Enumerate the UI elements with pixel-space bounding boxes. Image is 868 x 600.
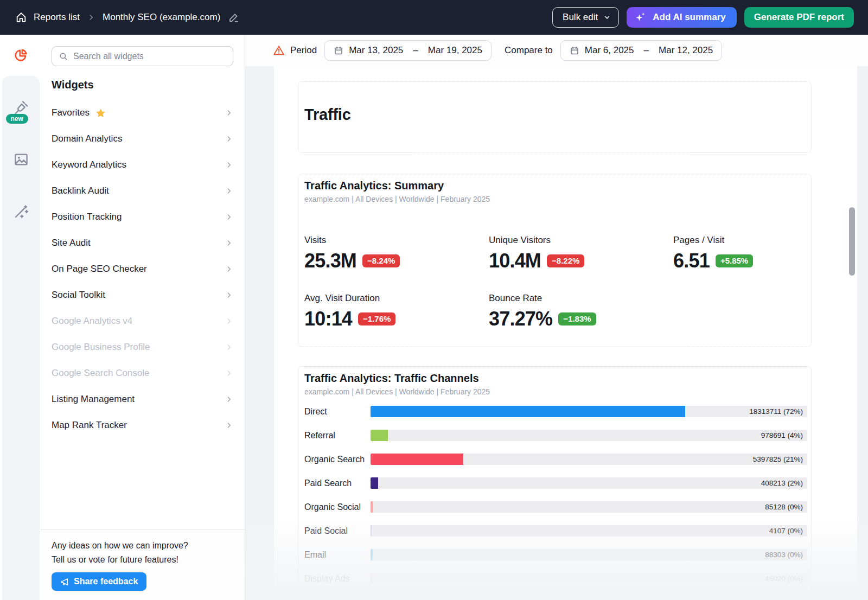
metric-value: 37.27% bbox=[489, 308, 552, 330]
widgets-heading: Widgets bbox=[52, 79, 94, 91]
generate-pdf-label: Generate PDF report bbox=[754, 12, 844, 23]
bulk-edit-button[interactable]: Bulk edit bbox=[552, 7, 619, 28]
topbar-actions: Bulk edit Add AI summary Generate PDF re… bbox=[552, 7, 854, 28]
metric-value: 6.51 bbox=[673, 250, 710, 272]
widget-section-title[interactable]: Traffic bbox=[298, 81, 812, 153]
widget-traffic-channels[interactable]: Traffic Analytics: Traffic Channels exam… bbox=[298, 366, 812, 600]
channel-row-referral: Referral 978691 (4%) bbox=[304, 430, 807, 441]
date-range-dash: – bbox=[413, 45, 418, 56]
bar-track: 46020 (0%) bbox=[371, 573, 807, 584]
report-builder-app: Reports list Monthly SEO (example.com) B… bbox=[0, 0, 868, 600]
chevron-right-icon bbox=[225, 161, 233, 169]
change-badge: −8.22% bbox=[547, 254, 584, 267]
date-range-dash: – bbox=[644, 45, 649, 56]
images-icon[interactable] bbox=[9, 148, 33, 171]
bar-value: 408213 (2%) bbox=[761, 477, 803, 489]
sidebar-item-social-toolkit[interactable]: Social Toolkit bbox=[41, 282, 245, 308]
add-ai-summary-button[interactable]: Add AI summary bbox=[627, 7, 736, 28]
bar-track: 408213 (2%) bbox=[371, 477, 807, 489]
sidebar-item-map-rank-tracker[interactable]: Map Rank Tracker bbox=[41, 412, 245, 438]
sidebar-item-google-business-profile[interactable]: Google Business Profile bbox=[41, 334, 245, 360]
search-icon bbox=[59, 52, 68, 61]
channels-bar-chart: Direct 18313711 (72%) Referral 978691 (4… bbox=[304, 406, 807, 584]
chevron-right-icon bbox=[225, 291, 233, 299]
bar-fill bbox=[371, 573, 372, 584]
sidebar-item-favorites[interactable]: Favorites bbox=[41, 100, 245, 126]
bar-fill bbox=[371, 406, 685, 417]
period-end-date: Mar 19, 2025 bbox=[428, 45, 482, 56]
calendar-icon bbox=[570, 46, 579, 55]
sidebar-item-backlink-audit[interactable]: Backlink Audit bbox=[41, 178, 245, 204]
feedback-line1: Any ideas on how we can improve? bbox=[52, 539, 234, 553]
chevron-right-icon bbox=[225, 343, 233, 351]
widget-title: Traffic Analytics: Summary bbox=[304, 180, 805, 192]
integrations-plug-icon[interactable]: new bbox=[9, 95, 33, 119]
channel-row-email: Email 88303 (0%) bbox=[304, 549, 807, 560]
widgets-sidebar: Widgets Favorites Domain Analytics Keywo… bbox=[41, 35, 245, 600]
channel-row-direct: Direct 18313711 (72%) bbox=[304, 406, 807, 417]
sidebar-item-google-analytics-v4[interactable]: Google Analytics v4 bbox=[41, 308, 245, 334]
chevron-right-icon bbox=[225, 395, 233, 403]
bar-value: 5397825 (21%) bbox=[753, 454, 803, 465]
period-start-date: Mar 13, 2025 bbox=[349, 45, 403, 56]
share-feedback-label: Share feedback bbox=[74, 577, 138, 586]
sidebar-item-domain-analytics[interactable]: Domain Analytics bbox=[41, 126, 245, 152]
change-badge: +5.85% bbox=[716, 254, 753, 267]
sidebar-item-keyword-analytics[interactable]: Keyword Analytics bbox=[41, 152, 245, 178]
breadcrumb-reports-list[interactable]: Reports list bbox=[34, 12, 80, 23]
sparkles-icon bbox=[634, 11, 647, 24]
bar-track: 18313711 (72%) bbox=[371, 406, 807, 417]
megaphone-icon bbox=[60, 577, 69, 586]
star-icon bbox=[95, 107, 106, 119]
bar-fill bbox=[371, 525, 372, 537]
bar-value: 88303 (0%) bbox=[765, 549, 803, 560]
chevron-right-icon bbox=[225, 109, 233, 117]
chevron-right-icon bbox=[225, 422, 233, 429]
new-badge: new bbox=[6, 114, 28, 124]
edit-pencil-icon[interactable] bbox=[228, 12, 239, 23]
channel-row-display-ads: Display Ads 46020 (0%) bbox=[304, 573, 807, 584]
widgets-pie-icon[interactable] bbox=[0, 35, 41, 76]
bar-value: 18313711 (72%) bbox=[749, 406, 803, 417]
main-area: Period Mar 13, 2025 – Mar 19, 2025 Compa… bbox=[245, 35, 868, 600]
bar-track: 85128 (0%) bbox=[371, 501, 807, 513]
bar-value: 4107 (0%) bbox=[769, 525, 803, 537]
change-badge: −1.83% bbox=[558, 312, 596, 325]
chevron-right-icon bbox=[225, 369, 233, 377]
chevron-right-icon bbox=[225, 213, 233, 221]
share-feedback-button[interactable]: Share feedback bbox=[52, 572, 146, 591]
widget-title: Traffic Analytics: Traffic Channels bbox=[304, 372, 807, 385]
magic-wand-icon[interactable] bbox=[9, 200, 33, 224]
period-toolbar: Period Mar 13, 2025 – Mar 19, 2025 Compa… bbox=[245, 35, 868, 66]
bar-value: 46020 (0%) bbox=[765, 573, 803, 584]
change-badge: −8.24% bbox=[362, 254, 400, 267]
sidebar-item-google-search-console[interactable]: Google Search Console bbox=[41, 360, 245, 386]
chevron-right-icon bbox=[225, 135, 233, 143]
sidebar-item-listing-management[interactable]: Listing Management bbox=[41, 386, 245, 412]
home-icon[interactable] bbox=[15, 11, 27, 23]
report-canvas: Traffic Traffic Analytics: Summary examp… bbox=[274, 66, 857, 600]
chevron-right-icon bbox=[225, 187, 233, 195]
chevron-down-icon bbox=[603, 14, 611, 21]
sidebar-item-position-tracking[interactable]: Position Tracking bbox=[41, 204, 245, 230]
widget-search-box bbox=[52, 46, 233, 66]
search-input[interactable] bbox=[73, 52, 226, 61]
sidebar-item-site-audit[interactable]: Site Audit bbox=[41, 230, 245, 256]
metric-visits: Visits 25.3M −8.24% bbox=[304, 235, 489, 272]
compare-date-range[interactable]: Mar 6, 2025 – Mar 12, 2025 bbox=[560, 40, 722, 61]
widget-list: Favorites Domain Analytics Keyword Analy… bbox=[41, 100, 245, 438]
vertical-scrollbar-thumb[interactable] bbox=[849, 207, 855, 276]
widget-subtitle: example.com | All Devices | Worldwide | … bbox=[304, 387, 807, 396]
metric-unique-visitors: Unique Visitors 10.4M −8.22% bbox=[489, 235, 673, 272]
channel-row-paid-social: Paid Social 4107 (0%) bbox=[304, 525, 807, 537]
sidebar-item-on-page-seo-checker[interactable]: On Page SEO Checker bbox=[41, 256, 245, 282]
period-date-range[interactable]: Mar 13, 2025 – Mar 19, 2025 bbox=[324, 40, 492, 61]
icon-rail: new bbox=[0, 35, 41, 600]
widget-traffic-summary[interactable]: Traffic Analytics: Summary example.com |… bbox=[298, 174, 812, 347]
metric-avg-visit-duration: Avg. Visit Duration 10:14 −1.76% bbox=[304, 293, 489, 330]
warning-icon bbox=[273, 44, 285, 56]
channel-row-paid-search: Paid Search 408213 (2%) bbox=[304, 477, 807, 489]
period-label: Period bbox=[290, 45, 317, 56]
generate-pdf-button[interactable]: Generate PDF report bbox=[744, 7, 854, 28]
metric-value: 10:14 bbox=[304, 308, 352, 330]
